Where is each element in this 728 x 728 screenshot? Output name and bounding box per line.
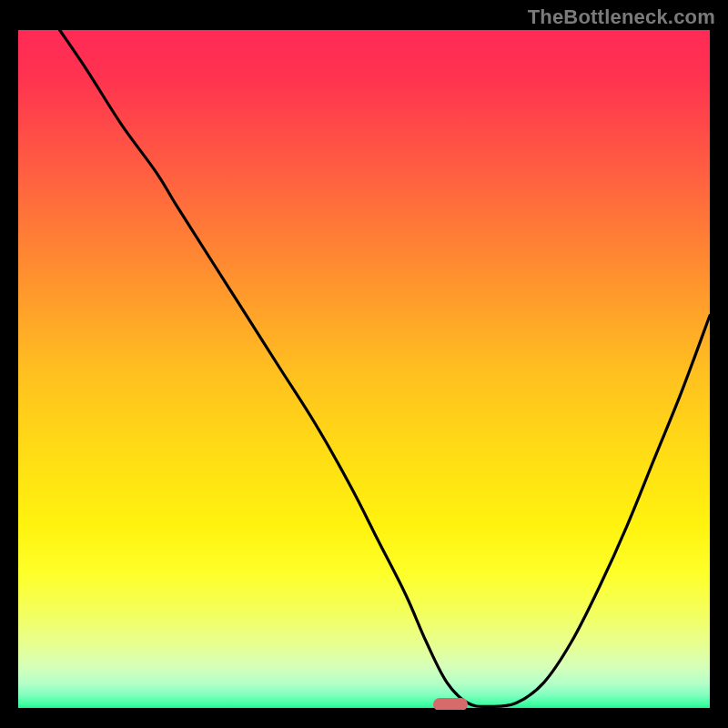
watermark-text: TheBottleneck.com [528, 5, 715, 29]
plot-area [18, 30, 710, 710]
bottleneck-curve [18, 30, 710, 710]
chart-frame: TheBottleneck.com [0, 0, 728, 728]
optimal-marker [433, 698, 468, 710]
